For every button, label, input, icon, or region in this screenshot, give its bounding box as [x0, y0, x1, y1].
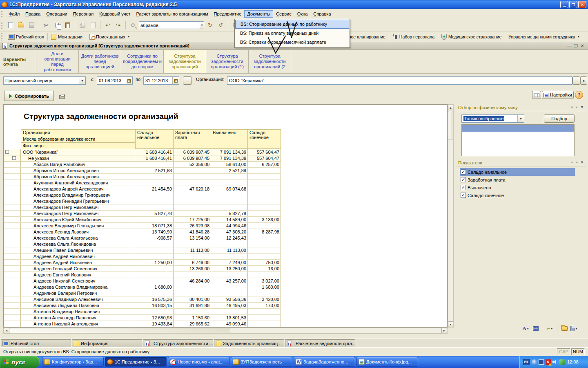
- checkbox[interactable]: ✓: [461, 185, 466, 190]
- table-row[interactable]: Не указан1 608 416,416 039 987,457 091 1…: [4, 155, 281, 162]
- table-row[interactable]: Анисимова Людмила Павловна16 803,1531 69…: [4, 303, 281, 309]
- menu-item-Правка[interactable]: Правка: [22, 10, 43, 18]
- copy-icon[interactable]: [52, 21, 62, 30]
- table-row[interactable]: Антипов Владимир Николаевич: [4, 309, 281, 315]
- dropdown-menu-item[interactable]: BS: Приказ на оплату выходных дней: [235, 29, 349, 38]
- dropdown-menu-item[interactable]: BS: Сторнирование данных по работнику: [235, 20, 349, 29]
- calendar-icon[interactable]: [172, 77, 179, 84]
- menu-item-Справка[interactable]: Справка: [310, 10, 334, 18]
- hr-panel-button[interactable]: вое планирование: [346, 34, 388, 40]
- table-row[interactable]: Александров Геннадий Григорьевич: [4, 198, 281, 204]
- indicator-item[interactable]: ✓Сальдо конечное: [460, 191, 575, 199]
- find-prev-icon[interactable]: ↺: [216, 21, 225, 30]
- panel-collapse-icons[interactable]: « » ▼: [571, 105, 585, 109]
- table-row[interactable]: Алексеев Владимир Геннадьевич18 071,3826…: [4, 223, 281, 229]
- period-dropdown-icon[interactable]: ▼: [79, 77, 85, 84]
- collapse-toggle-icon[interactable]: [5, 150, 9, 154]
- period-combo[interactable]: Произвольный период ▼: [3, 76, 86, 85]
- menu-item-Операции[interactable]: Операции: [43, 10, 70, 18]
- tray-hide-icon[interactable]: ‹: [532, 359, 537, 365]
- mdi-tab[interactable]: Структура задолженности ...: [143, 339, 213, 347]
- print-preview-icon[interactable]: [88, 21, 98, 30]
- menu-item-Расчет зарплаты по организациям[interactable]: Расчет зарплаты по организациям: [133, 10, 211, 18]
- open-report-icon[interactable]: [560, 325, 568, 332]
- table-row[interactable]: Антонов Александр Павлович12 650,931 150…: [4, 315, 281, 321]
- report-tab[interactable]: Долги организации перед работниками: [36, 50, 79, 73]
- mdi-restore-icon[interactable]: ❐: [572, 43, 579, 49]
- checkbox[interactable]: ✓: [461, 193, 466, 198]
- organization-clear-icon[interactable]: x: [580, 76, 587, 85]
- hr-panel-button[interactable]: Управление данными сотрудника▼: [506, 34, 582, 40]
- scroll-up-icon[interactable]: ▲: [448, 105, 453, 110]
- mdi-tab[interactable]: Рабочий стол: [1, 339, 71, 347]
- cut-icon[interactable]: ✂: [42, 21, 51, 30]
- table-row[interactable]: Алексеева Ольга Анатольевна-908,5713 154…: [4, 235, 281, 241]
- table-row[interactable]: Абрамов Игорь Александрович2 521,882 521…: [4, 168, 281, 174]
- network-icon[interactable]: [539, 359, 544, 365]
- mdi-tab[interactable]: Расчетные ведомости орга...: [285, 339, 355, 347]
- search-icon[interactable]: [128, 21, 138, 30]
- minimize-button[interactable]: [560, 1, 568, 8]
- hr-panel-button[interactable]: Набор персонала: [390, 33, 437, 40]
- table-row[interactable]: Александров Владимир Григорьевич: [4, 192, 281, 198]
- close-button[interactable]: ✕: [578, 1, 586, 8]
- mdi-close-icon[interactable]: ✕: [579, 43, 586, 49]
- dropdown-menu-item[interactable]: BS: Справки о среднемесячной зарплате: [235, 38, 349, 47]
- scroll-thumb[interactable]: [10, 328, 230, 333]
- save-icon[interactable]: [27, 21, 36, 30]
- save-report-icon[interactable]: ▼: [570, 325, 578, 332]
- vertical-scrollbar[interactable]: ▲ ▼: [448, 104, 454, 328]
- settings-button[interactable]: Настройки: [542, 91, 574, 99]
- generate-button[interactable]: Сформировать: [4, 91, 54, 101]
- table-row[interactable]: Александров Юрий Михайлович17 725,0014 5…: [4, 217, 281, 223]
- filter-mode-combo[interactable]: Только выбранные ▼: [461, 114, 524, 123]
- horizontal-scrollbar[interactable]: ◄ ►: [3, 328, 448, 334]
- open-icon[interactable]: [16, 21, 26, 30]
- volume-icon[interactable]: [552, 359, 558, 365]
- checkbox[interactable]: ✓: [461, 177, 466, 182]
- menu-item-Кадровый учет[interactable]: Кадровый учет: [96, 10, 133, 18]
- report-tab[interactable]: Сотрудники по подразделением и договорам: [121, 50, 164, 73]
- date-to-field[interactable]: 31.12.2013: [143, 76, 179, 85]
- indicator-item[interactable]: ✓Заработная плата: [460, 176, 575, 184]
- table-row[interactable]: Алексеева Ольга Леонидовна: [4, 241, 281, 247]
- redo-icon[interactable]: ↷: [114, 21, 123, 30]
- table-row[interactable]: Андреев Андрей Николаевич: [4, 254, 281, 260]
- menu-item-Документы[interactable]: Документы: [244, 10, 273, 18]
- search-input[interactable]: [139, 23, 200, 28]
- table-row[interactable]: Александров Андрей Алексеевич21 454,5047…: [4, 186, 281, 192]
- pick-button[interactable]: Подбор: [544, 114, 575, 123]
- wrench-icon[interactable]: ⌐▼: [546, 325, 554, 332]
- report-tab[interactable]: Структура задолженности организаций: [164, 50, 206, 73]
- taskbar-task[interactable]: 1С:Предприятие - З...: [105, 357, 167, 367]
- scroll-right-icon[interactable]: ►: [441, 328, 447, 333]
- panel-button-1[interactable]: Рабочий стол: [6, 34, 47, 40]
- table-row[interactable]: ООО "Керамика"1 608 416,416 039 987,457 …: [4, 149, 281, 155]
- antivirus-icon[interactable]: K: [546, 359, 551, 365]
- table-row[interactable]: Андреева Светлана Владимировна1 680,001 …: [4, 284, 281, 290]
- language-indicator[interactable]: RL: [523, 359, 530, 365]
- checkbox[interactable]: ✓: [461, 169, 466, 175]
- collapse-toggle-icon[interactable]: [12, 156, 16, 160]
- table-settings-icon[interactable]: [532, 91, 541, 99]
- menu-item-Окна[interactable]: Окна: [294, 10, 311, 18]
- report-tab[interactable]: Долги работников перед организацией: [79, 50, 121, 73]
- mdi-minimize-icon[interactable]: —: [566, 43, 572, 48]
- scroll-left-icon[interactable]: ◄: [4, 328, 9, 333]
- report-tab[interactable]: Структура задолженности организаций (2: [249, 50, 291, 73]
- scroll-down-icon[interactable]: ▼: [448, 321, 453, 327]
- restore-button[interactable]: [569, 1, 577, 8]
- table-row[interactable]: Алешкин Павел Валерьевич11 113,0011 113,…: [4, 247, 281, 254]
- table-row[interactable]: Андреев Евгений Иванович: [4, 272, 281, 278]
- table-row[interactable]: Абрамов Игорь Александрович: [4, 174, 281, 180]
- print-icon[interactable]: [78, 21, 87, 30]
- table-row[interactable]: Акулинин Анатолий Александрович: [4, 180, 281, 186]
- taskbar-task[interactable]: ЗУПЗадолженность: [231, 357, 292, 367]
- undo-icon[interactable]: ↶: [103, 21, 112, 30]
- menu-item-Предприятие[interactable]: Предприятие: [211, 10, 245, 18]
- table-row[interactable]: Алексеев Леонид Львович13 749,9041 846,2…: [4, 229, 281, 235]
- table-row[interactable]: Андреев Николай Семенович46 284,0043 257…: [4, 278, 281, 284]
- table-row[interactable]: Абасов Вагид Рагибович52 356,0058 613,00…: [4, 162, 281, 168]
- indicator-item[interactable]: ✓Выплачено: [460, 184, 575, 191]
- period-more-button[interactable]: ...: [183, 76, 192, 85]
